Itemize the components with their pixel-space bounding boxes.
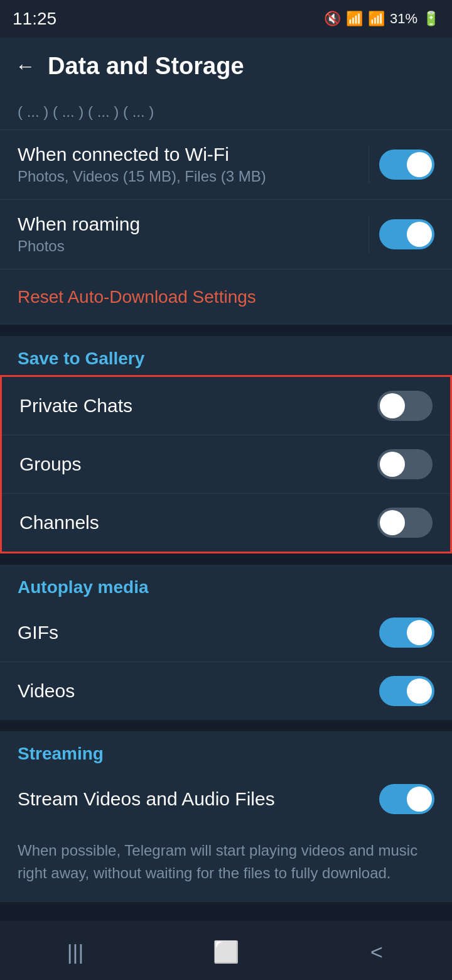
private-chats-knob [380, 393, 405, 418]
stream-videos-row[interactable]: Stream Videos and Audio Files [0, 770, 452, 828]
roaming-toggle-knob [407, 222, 432, 247]
back-button[interactable]: ← [15, 55, 35, 78]
videos-label: Videos [18, 680, 75, 702]
nav-back-button[interactable]: < [352, 933, 402, 971]
videos-knob [407, 678, 432, 704]
groups-knob [380, 452, 405, 477]
truncated-row: ( ... ) ( ... ) ( ... ) ( ... ) [0, 94, 452, 130]
wifi-sublabel: Photos, Videos (15 MB), Files (3 MB) [18, 168, 266, 185]
menu-icon: ||| [67, 940, 84, 964]
wifi-toggle[interactable] [379, 150, 434, 180]
autoplay-media-group: Autoplay media GIFs Videos [0, 565, 452, 720]
divider-1 [0, 325, 452, 336]
home-icon: ⬜ [213, 939, 239, 964]
stream-toggle[interactable] [379, 784, 434, 814]
divider-3 [0, 720, 452, 731]
streaming-description: When possible, Telegram will start playi… [0, 828, 452, 902]
battery-icon: 🔋 [422, 11, 439, 27]
status-bar: 11:25 🔇 📶 📶 31% 🔋 [0, 0, 452, 38]
wifi-divider [369, 146, 369, 183]
reset-label: Reset Auto-Download Settings [18, 287, 256, 307]
gifs-label: GIFs [18, 622, 58, 643]
truncated-text: ( ... ) ( ... ) ( ... ) ( ... ) [18, 103, 154, 120]
wifi-setting-row[interactable]: When connected to Wi-Fi Photos, Videos (… [0, 130, 452, 200]
private-chats-row[interactable]: Private Chats [2, 377, 450, 435]
auto-download-group: ( ... ) ( ... ) ( ... ) ( ... ) When con… [0, 94, 452, 325]
private-chats-toggle[interactable] [377, 391, 433, 421]
stream-knob [407, 787, 432, 812]
wifi-icon: 📶 [346, 11, 363, 27]
roaming-toggle[interactable] [379, 219, 434, 249]
gallery-rows-highlighted: Private Chats Groups Channels [0, 375, 452, 553]
roaming-sublabel: Photos [18, 237, 140, 255]
status-time: 11:25 [13, 9, 56, 29]
gifs-row[interactable]: GIFs [0, 604, 452, 662]
nav-menu-button[interactable]: ||| [50, 933, 100, 971]
divider-2 [0, 553, 452, 565]
autoplay-media-header: Autoplay media [0, 565, 452, 604]
content: ( ... ) ( ... ) ( ... ) ( ... ) When con… [0, 94, 452, 921]
signal-icon: 📶 [368, 11, 385, 27]
videos-toggle[interactable] [379, 676, 434, 706]
save-to-gallery-header: Save to Gallery [0, 336, 452, 375]
back-nav-icon: < [370, 940, 383, 964]
status-icons: 🔇 📶 📶 31% 🔋 [324, 11, 439, 27]
channels-label: Channels [19, 512, 99, 533]
mute-icon: 🔇 [324, 11, 341, 27]
header: ← Data and Storage [0, 38, 452, 94]
nav-home-button[interactable]: ⬜ [201, 933, 251, 971]
groups-toggle[interactable] [377, 449, 433, 479]
roaming-setting-info: When roaming Photos [18, 214, 140, 255]
groups-label: Groups [19, 454, 81, 475]
channels-knob [380, 510, 405, 535]
save-to-gallery-group: Save to Gallery Private Chats Groups Cha… [0, 336, 452, 553]
reset-auto-download[interactable]: Reset Auto-Download Settings [0, 270, 452, 325]
private-chats-label: Private Chats [19, 395, 132, 416]
roaming-label: When roaming [18, 214, 140, 235]
wifi-label: When connected to Wi-Fi [18, 144, 266, 165]
nav-bar: ||| ⬜ < [0, 923, 452, 980]
page-title: Data and Storage [48, 53, 244, 80]
videos-row[interactable]: Videos [0, 662, 452, 720]
streaming-header: Streaming [0, 731, 452, 770]
gifs-toggle[interactable] [379, 618, 434, 648]
streaming-group: Streaming Stream Videos and Audio Files … [0, 731, 452, 902]
divider-4 [0, 902, 452, 921]
roaming-divider [369, 215, 369, 253]
stream-videos-label: Stream Videos and Audio Files [18, 788, 275, 810]
channels-toggle[interactable] [377, 508, 433, 538]
battery-percent: 31% [390, 11, 417, 27]
groups-row[interactable]: Groups [2, 435, 450, 494]
channels-row[interactable]: Channels [2, 494, 450, 552]
wifi-toggle-knob [407, 152, 432, 177]
wifi-setting-info: When connected to Wi-Fi Photos, Videos (… [18, 144, 266, 185]
roaming-setting-row[interactable]: When roaming Photos [0, 200, 452, 270]
gifs-knob [407, 620, 432, 645]
